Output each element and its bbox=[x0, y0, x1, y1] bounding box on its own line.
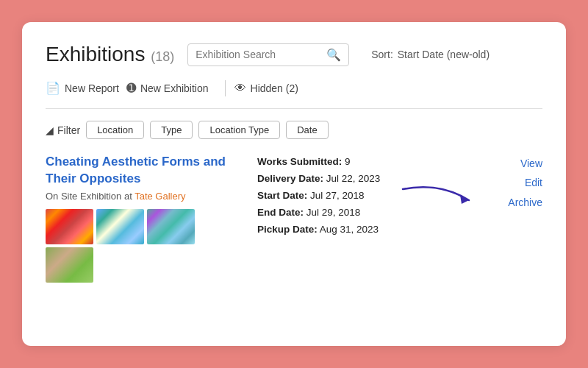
exhibition-count: (18) bbox=[151, 49, 174, 64]
start-date: Start Date: Jul 27, 2018 bbox=[257, 188, 463, 205]
plus-circle-icon: ➊ bbox=[126, 81, 136, 95]
filter-location-button[interactable]: Location bbox=[86, 121, 144, 139]
filter-row: ◢ Filter Location Type Location Type Dat… bbox=[46, 121, 542, 139]
new-exhibition-label: New Exhibition bbox=[140, 82, 209, 94]
thumbnail-3 bbox=[147, 209, 195, 244]
search-icon[interactable]: 🔍 bbox=[326, 48, 341, 62]
subtitle-text: On Site Exhibition at bbox=[46, 191, 132, 202]
hidden-label: Hidden (2) bbox=[251, 82, 298, 94]
filter-label: ◢ Filter bbox=[46, 124, 80, 136]
page-title: Exhibitions (18) bbox=[46, 43, 174, 66]
thumbnails bbox=[46, 209, 237, 283]
new-report-label: New Report bbox=[65, 82, 119, 94]
exhibition-subtitle: On Site Exhibition at Tate Gallery bbox=[46, 191, 237, 202]
filter-icon: ◢ bbox=[46, 124, 54, 136]
thumbnail-2 bbox=[96, 209, 144, 244]
filter-type-button[interactable]: Type bbox=[150, 121, 193, 139]
filter-location-type-button[interactable]: Location Type bbox=[198, 121, 280, 139]
main-card: Exhibitions (18) 🔍 Sort: Start Date (new… bbox=[22, 22, 566, 346]
sort-value[interactable]: Start Date (new-old) bbox=[398, 49, 490, 60]
gallery-link[interactable]: Tate Gallery bbox=[135, 191, 185, 202]
end-date: End Date: Jul 29, 2018 bbox=[257, 205, 463, 222]
header-row: Exhibitions (18) 🔍 Sort: Start Date (new… bbox=[46, 43, 542, 66]
works-submitted: Works Submitted: 9 bbox=[257, 154, 463, 171]
new-report-button[interactable]: 📄 New Report bbox=[46, 78, 126, 98]
filter-date-button[interactable]: Date bbox=[286, 121, 328, 139]
toolbar: 📄 New Report ➊ New Exhibition 👁 Hidden (… bbox=[46, 78, 542, 109]
hidden-button[interactable]: 👁 Hidden (2) bbox=[234, 79, 306, 98]
thumbnail-1 bbox=[46, 209, 93, 244]
exhibition-actions: View Edit Archive bbox=[484, 154, 542, 210]
delivery-date: Delivery Date: Jul 22, 2023 bbox=[257, 171, 463, 188]
archive-link[interactable]: Archive bbox=[508, 194, 542, 210]
view-link[interactable]: View bbox=[520, 155, 542, 171]
report-icon: 📄 bbox=[46, 81, 60, 95]
search-input[interactable] bbox=[196, 49, 323, 60]
edit-link[interactable]: Edit bbox=[525, 174, 542, 191]
exhibition-title[interactable]: Cheating Aesthetic Forms and Their Oppos… bbox=[46, 154, 237, 188]
sort-container: Sort: Start Date (new-old) bbox=[365, 49, 490, 60]
pickup-date: Pickup Date: Aug 31, 2023 bbox=[257, 222, 463, 238]
sort-label: Sort: bbox=[371, 49, 393, 60]
search-box: 🔍 bbox=[187, 43, 349, 66]
exhibition-left: Cheating Aesthetic Forms and Their Oppos… bbox=[46, 154, 237, 283]
exhibition-meta: Works Submitted: 9 Delivery Date: Jul 22… bbox=[257, 154, 463, 238]
new-exhibition-button[interactable]: ➊ New Exhibition bbox=[126, 78, 216, 98]
toolbar-divider bbox=[225, 80, 226, 96]
exhibition-item: Cheating Aesthetic Forms and Their Oppos… bbox=[46, 154, 542, 283]
eye-icon: 👁 bbox=[234, 82, 246, 95]
thumbnail-4 bbox=[46, 247, 93, 283]
